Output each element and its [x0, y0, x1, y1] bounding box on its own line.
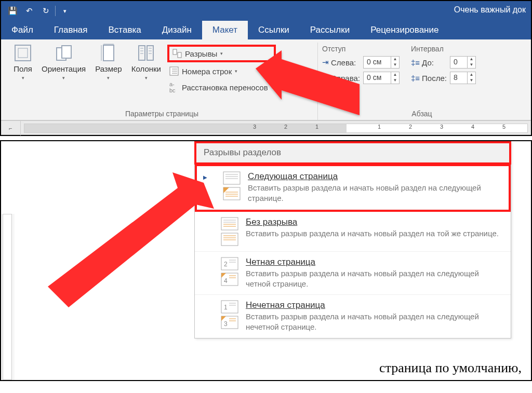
spinner-arrows[interactable]: ▲▼ [467, 72, 475, 84]
menu-item-icons: 1 3 [221, 300, 238, 333]
breaks-button[interactable]: Разрывы ▾ [170, 48, 273, 59]
menu-item-continuous[interactable]: Без разрыва Вставить разрыв раздела и на… [195, 212, 511, 252]
line-numbers-button[interactable]: Номера строк ▾ [167, 65, 276, 77]
columns-label: Колонки [131, 64, 161, 73]
columns-button[interactable]: Колонки ▾ [128, 43, 164, 82]
svg-rect-4 [103, 45, 114, 61]
hyphenation-button[interactable]: a-bc Расстановка переносов ▾ [167, 80, 276, 94]
ruler-tick: 2 [284, 124, 287, 130]
annotation-arrow-2 [37, 167, 214, 313]
orientation-button[interactable]: Ориентация ▾ [38, 43, 89, 82]
menu-item-title: Нечетная страница [246, 300, 503, 310]
page-icon: 4 [221, 273, 238, 286]
dropdown-icon: ▾ [220, 51, 223, 56]
svg-rect-8 [147, 46, 153, 60]
margins-button[interactable]: Поля ▾ [10, 43, 35, 82]
paragraph-group-label: Абзац [322, 107, 522, 119]
document-title: Очень важный док [454, 5, 526, 15]
spacing-before-icon: ‡≡ [411, 58, 420, 67]
menu-item-icons: 2 4 [221, 257, 238, 290]
spacing-before-input[interactable]: 0▲▼ [450, 56, 476, 69]
dropdown-icon: ▾ [107, 75, 110, 80]
svg-rect-16 [178, 52, 181, 58]
menu-item-title: Без разрыва [246, 217, 499, 227]
dropdown-icon: ▾ [145, 75, 148, 80]
ruler-tick: 4 [471, 124, 474, 130]
indent-header: Отступ [322, 45, 360, 53]
spacing-after-label: После: [422, 74, 447, 83]
document-area: Разрывы разделов Следующая страница Вста… [0, 140, 532, 381]
quick-access-toolbar: 💾 ↶ ↻ ▾ [5, 4, 72, 18]
size-button[interactable]: Размер ▾ [92, 43, 125, 82]
save-icon[interactable]: 💾 [5, 4, 20, 18]
orientation-icon [55, 44, 73, 62]
redo-icon[interactable]: ↻ [38, 4, 53, 18]
svg-marker-58 [48, 172, 214, 307]
menu-item-even-page[interactable]: 2 4 Четная страница Вставить разрыв разд… [195, 252, 511, 295]
group-paragraph: Отступ Интервал ⇥ Слева: 0 см▲▼ ‡≡ До: 0… [318, 43, 526, 120]
svg-text:2: 2 [224, 261, 228, 268]
ruler-tick: 3 [253, 124, 256, 130]
undo-icon[interactable]: ↶ [22, 4, 36, 18]
page-icon: 2 [221, 257, 238, 270]
spacing-after-value: 8 [450, 72, 467, 84]
tab-file[interactable]: Файл [1, 21, 44, 39]
tab-insert[interactable]: Вставка [98, 21, 152, 39]
spacing-after-icon: ‡≡ [411, 74, 420, 83]
page-setup-group-label: Параметры страницы [10, 107, 313, 119]
ruler-area: ⌐ 3 2 1 1 2 3 4 5 [1, 120, 531, 135]
ruler-tick: 5 [502, 124, 506, 130]
vertical-ruler[interactable] [1, 214, 15, 380]
orientation-label: Ориентация [42, 64, 86, 73]
spacing-after-input[interactable]: 8▲▼ [450, 72, 476, 84]
svg-rect-3 [62, 46, 71, 58]
menu-item-title: Четная страница [246, 257, 503, 267]
dropdown-icon: ▾ [235, 69, 237, 74]
ribbon: Поля ▾ Ориентация ▾ Размер ▾ Колонки ▾ [1, 39, 531, 120]
tab-review[interactable]: Рецензирование [360, 21, 449, 39]
breaks-icon [172, 49, 182, 58]
breaks-label: Разрывы [185, 49, 217, 58]
hyphenation-label: Расстановка переносов [182, 83, 268, 92]
menu-item-icons [221, 217, 238, 246]
indent-right-input[interactable]: 0 см▲▼ [363, 72, 400, 84]
svg-rect-1 [18, 48, 28, 58]
tab-layout[interactable]: Макет [202, 21, 248, 39]
spacing-before-label: До: [422, 58, 434, 67]
menu-item-next-page[interactable]: Следующая страница Вставить разрыв разде… [197, 166, 509, 210]
spinner-arrows[interactable]: ▲▼ [391, 72, 399, 84]
menu-section-header: Разрывы разделов [196, 143, 509, 162]
qat-separator [55, 6, 56, 16]
customize-qat-icon[interactable]: ▾ [58, 4, 72, 18]
spacing-header: Интервал [403, 45, 447, 53]
menu-item-title: Следующая страница [248, 171, 501, 182]
size-label: Размер [95, 64, 122, 73]
tab-references[interactable]: Ссылки [248, 21, 300, 39]
indent-left-label: Слева: [331, 58, 356, 67]
ruler-tick: 1 [378, 124, 381, 130]
menu-item-description: Вставить разрыв раздела и начать новый р… [246, 311, 503, 333]
horizontal-ruler[interactable]: 3 2 1 1 2 3 4 5 [24, 124, 528, 133]
indent-right-icon: ⇤ [322, 73, 329, 83]
title-bar: 💾 ↶ ↻ ▾ Очень важный док [1, 1, 531, 21]
ruler-tick: 2 [409, 124, 412, 130]
tab-mailings[interactable]: Рассылки [300, 21, 360, 39]
spinner-arrows[interactable]: ▲▼ [391, 57, 399, 68]
page-icon [221, 217, 238, 231]
dropdown-icon: ▾ [62, 75, 65, 80]
document-visible-text: страница по умолчанию, [379, 360, 522, 376]
indent-left-input[interactable]: 0 см▲▼ [363, 56, 400, 69]
size-icon [99, 44, 118, 62]
spinner-arrows[interactable]: ▲▼ [467, 57, 475, 68]
svg-rect-36 [221, 233, 238, 246]
breaks-highlight: Разрывы ▾ [167, 45, 276, 62]
word-window: 💾 ↶ ↻ ▾ Очень важный док Файл Главная Вс… [0, 0, 532, 136]
ruler-corner[interactable]: ⌐ [1, 121, 21, 135]
tab-design[interactable]: Дизайн [152, 21, 202, 39]
menu-item-odd-page[interactable]: 1 3 Нечетная страница Вставить разрыв ра… [195, 295, 511, 338]
indent-right-label: Справа: [331, 74, 360, 83]
hyphenation-icon: a-bc [169, 81, 179, 93]
group-page-setup: Поля ▾ Ориентация ▾ Размер ▾ Колонки ▾ [6, 43, 318, 120]
tab-home[interactable]: Главная [44, 21, 98, 39]
svg-text:1: 1 [224, 304, 228, 311]
